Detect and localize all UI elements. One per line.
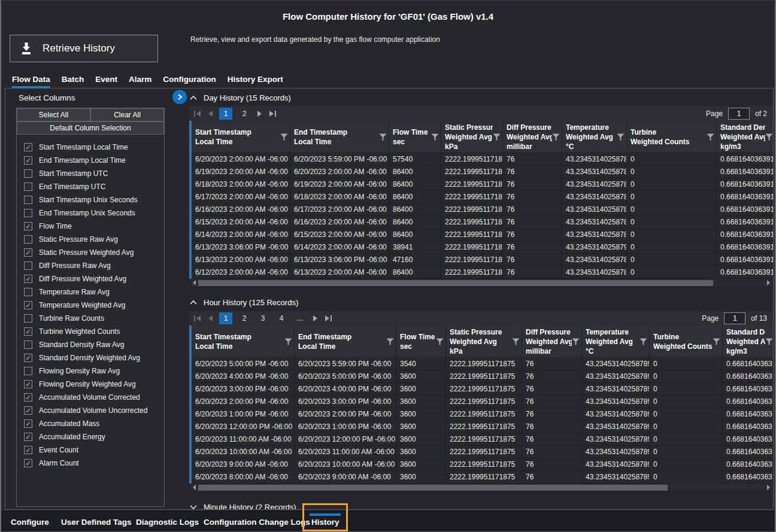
column-checkbox-item[interactable]: Flowing Density Raw Avg — [17, 364, 164, 378]
pager-page-button[interactable]: 2 — [238, 312, 251, 324]
column-checkbox-item[interactable]: ✓Accumulated Volume Corrected — [17, 391, 164, 404]
checkbox-checked-icon[interactable]: ✓ — [24, 301, 32, 309]
tab-history-export[interactable]: History Export — [228, 72, 283, 88]
column-header[interactable]: Flow Timesec — [396, 326, 446, 358]
scroll-right-icon[interactable] — [764, 279, 772, 287]
column-header[interactable]: Standard DensityWeighted Avgkg/m3 — [717, 121, 773, 153]
pager-more-button[interactable]: … — [293, 312, 307, 324]
filter-icon[interactable] — [379, 133, 387, 141]
column-checkbox-item[interactable]: ✓Accumulated Volume Uncorrected — [17, 404, 164, 417]
tab-configuration[interactable]: Configuration — [163, 72, 216, 88]
table-row[interactable]: 6/20/2023 5:00:00 PM -06:006/20/2023 5:5… — [192, 358, 773, 370]
pager-page-button[interactable]: 1 — [219, 312, 232, 324]
column-header[interactable]: Diff PressureWeighted Avgmillibar — [522, 326, 582, 358]
column-header[interactable]: TemperatureWeighted Avg°C — [582, 326, 650, 358]
checkbox-checked-icon[interactable]: ✓ — [24, 459, 32, 467]
table-row[interactable]: 6/16/2023 2:00:00 AM -06:006/17/2023 2:0… — [192, 203, 773, 216]
scrollbar-track[interactable] — [198, 279, 764, 287]
column-header[interactable]: TurbineWeighted Counts — [627, 121, 717, 153]
column-checkbox-item[interactable]: ✓Flow Time — [17, 220, 164, 233]
column-checkbox-item[interactable]: ✓Accumulated Energy — [17, 430, 164, 443]
pager-first-button[interactable] — [194, 111, 201, 117]
filter-icon[interactable] — [436, 338, 444, 345]
column-checkbox-item[interactable]: Start Timestamp UTC — [17, 167, 164, 180]
checkbox-unchecked-icon[interactable] — [24, 314, 32, 323]
default-column-selection-button[interactable]: Default Column Selection — [17, 121, 164, 135]
column-checkbox-item[interactable]: Static Pressure Raw Avg — [17, 233, 164, 246]
pager-last-button[interactable] — [325, 315, 332, 321]
table-row[interactable]: 6/20/2023 1:00:00 PM -06:006/20/2023 2:0… — [192, 408, 773, 421]
table-row[interactable]: 6/20/2023 10:00:00 AM -06:006/20/2023 11… — [192, 446, 773, 458]
select-all-button[interactable]: Select All — [17, 108, 90, 121]
column-checkbox-item[interactable]: ✓Static Pressure Weighted Avg — [17, 246, 164, 259]
filter-icon[interactable] — [639, 338, 647, 345]
column-checkbox-item[interactable]: ✓Alarm Count — [17, 457, 164, 470]
table-row[interactable]: 6/12/2023 2:00:00 AM -06:006/13/2023 2:0… — [192, 266, 773, 279]
checkbox-unchecked-icon[interactable] — [24, 209, 32, 217]
column-checkbox-item[interactable]: ✓Standard Density Weighted Avg — [17, 351, 164, 364]
checkbox-unchecked-icon[interactable] — [24, 341, 32, 349]
filter-icon[interactable] — [493, 133, 501, 141]
checkbox-checked-icon[interactable]: ✓ — [24, 248, 32, 257]
checkbox-unchecked-icon[interactable] — [24, 262, 32, 270]
column-header[interactable]: Start TimestampLocal Time — [192, 121, 290, 153]
table-row[interactable]: 6/20/2023 2:00:00 PM -06:006/20/2023 3:0… — [192, 396, 773, 408]
pager-prev-button[interactable] — [207, 111, 214, 117]
column-checkbox-item[interactable]: Turbine Raw Counts — [17, 312, 164, 325]
checkbox-unchecked-icon[interactable] — [24, 367, 32, 375]
day-history-header[interactable]: Day History (15 Records) — [189, 92, 773, 103]
filter-icon[interactable] — [386, 338, 394, 345]
scrollbar-thumb[interactable] — [198, 485, 668, 491]
column-checkbox-item[interactable]: ✓Start Timestamp Local Time — [17, 141, 164, 154]
column-checkbox-item[interactable]: End Timestamp UTC — [17, 180, 164, 193]
bottom-tab-configuration-change-logs[interactable]: Configuration Change Logs — [204, 512, 310, 532]
checkbox-checked-icon[interactable]: ✓ — [24, 156, 32, 165]
tab-alarm[interactable]: Alarm — [129, 72, 151, 88]
checkbox-unchecked-icon[interactable] — [24, 183, 32, 191]
scroll-right-icon[interactable] — [764, 484, 772, 491]
column-checkbox-item[interactable]: ✓Temperature Weighted Avg — [17, 299, 164, 312]
pager-page-button[interactable]: 1 — [219, 108, 232, 120]
table-row[interactable]: 6/13/2023 2:00:00 AM -06:006/13/2023 3:0… — [192, 254, 773, 266]
scrollbar-thumb[interactable] — [198, 280, 713, 286]
checkbox-checked-icon[interactable]: ✓ — [24, 406, 32, 415]
filter-icon[interactable] — [572, 338, 580, 345]
table-row[interactable]: 6/20/2023 4:00:00 PM -06:006/20/2023 5:0… — [192, 370, 773, 383]
pager-prev-button[interactable] — [207, 315, 214, 321]
checkbox-unchecked-icon[interactable] — [24, 196, 32, 204]
collapse-panel-button[interactable] — [172, 90, 187, 104]
filter-icon[interactable] — [552, 133, 560, 141]
table-row[interactable]: 6/20/2023 2:00:00 AM -06:006/20/2023 5:5… — [192, 153, 773, 166]
table-row[interactable]: 6/20/2023 9:00:00 AM -06:006/20/2023 10:… — [192, 458, 773, 471]
filter-icon[interactable] — [765, 133, 773, 141]
column-header[interactable]: End TimestampLocal Time — [290, 121, 389, 153]
table-row[interactable]: 6/20/2023 11:00:00 AM -06:006/20/2023 12… — [192, 433, 773, 446]
pager-last-button[interactable] — [269, 111, 276, 117]
checkbox-checked-icon[interactable]: ✓ — [24, 393, 32, 402]
column-checkbox-item[interactable]: Temperature Raw Avg — [17, 285, 164, 299]
checkbox-checked-icon[interactable]: ✓ — [24, 143, 32, 151]
pager-next-button[interactable] — [312, 315, 319, 321]
retrieve-history-button[interactable]: Retrieve History — [10, 35, 158, 62]
page-number-input[interactable] — [728, 108, 750, 120]
column-header[interactable]: Start TimestampLocal Time — [192, 326, 295, 358]
table-row[interactable]: 6/13/2023 3:06:00 PM -06:006/14/2023 2:0… — [192, 241, 773, 254]
hour-horizontal-scrollbar[interactable] — [189, 484, 773, 492]
table-row[interactable]: 6/15/2023 2:00:00 AM -06:006/16/2023 2:0… — [192, 216, 773, 229]
column-checkbox-item[interactable]: ✓Turbine Weighted Counts — [17, 325, 164, 338]
scroll-left-icon[interactable] — [190, 484, 198, 491]
checkbox-checked-icon[interactable]: ✓ — [24, 433, 32, 441]
day-horizontal-scrollbar[interactable] — [189, 279, 773, 287]
column-checkbox-item[interactable]: Diff Pressure Raw Avg — [17, 259, 164, 272]
table-row[interactable]: 6/14/2023 2:00:00 AM -06:006/15/2023 2:0… — [192, 229, 773, 241]
column-checkbox-item[interactable]: Start Timestamp Unix Seconds — [17, 193, 164, 206]
column-checkbox-item[interactable]: ✓End Timestamp Local Time — [17, 154, 164, 167]
column-header[interactable]: End TimestampLocal Time — [295, 326, 396, 358]
scrollbar-track[interactable] — [198, 484, 764, 491]
tab-event[interactable]: Event — [95, 72, 117, 88]
column-header[interactable]: Standard DensityWeighted Avgkg/m3 — [723, 326, 773, 358]
checkbox-checked-icon[interactable]: ✓ — [24, 275, 32, 283]
column-header[interactable]: Flow Timesec — [389, 121, 441, 153]
pager-first-button[interactable] — [194, 315, 201, 321]
filter-icon[interactable] — [431, 133, 439, 141]
